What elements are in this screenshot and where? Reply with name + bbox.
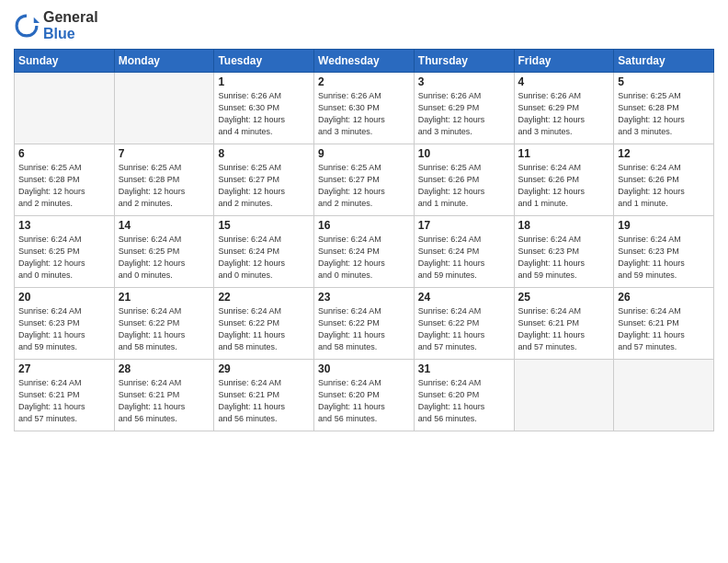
week-row-1: 1Sunrise: 6:26 AM Sunset: 6:30 PM Daylig… [15, 73, 714, 144]
day-info: Sunrise: 6:24 AM Sunset: 6:23 PM Dayligh… [18, 305, 110, 353]
day-cell: 11Sunrise: 6:24 AM Sunset: 6:26 PM Dayli… [514, 144, 614, 216]
day-cell: 24Sunrise: 6:24 AM Sunset: 6:22 PM Dayli… [414, 288, 514, 360]
day-cell: 19Sunrise: 6:24 AM Sunset: 6:23 PM Dayli… [614, 216, 714, 288]
svg-marker-0 [34, 17, 40, 22]
day-info: Sunrise: 6:26 AM Sunset: 6:30 PM Dayligh… [318, 90, 410, 138]
day-number: 31 [418, 362, 510, 375]
day-number: 30 [318, 362, 410, 375]
day-cell: 1Sunrise: 6:26 AM Sunset: 6:30 PM Daylig… [214, 73, 314, 144]
calendar-table: SundayMondayTuesdayWednesdayThursdayFrid… [14, 49, 714, 431]
day-info: Sunrise: 6:24 AM Sunset: 6:23 PM Dayligh… [518, 234, 610, 282]
day-cell: 15Sunrise: 6:24 AM Sunset: 6:24 PM Dayli… [214, 216, 314, 288]
logo-icon [14, 13, 40, 39]
day-number: 11 [518, 147, 610, 160]
day-cell: 25Sunrise: 6:24 AM Sunset: 6:21 PM Dayli… [514, 288, 614, 360]
day-cell: 4Sunrise: 6:26 AM Sunset: 6:29 PM Daylig… [514, 73, 614, 144]
day-info: Sunrise: 6:25 AM Sunset: 6:27 PM Dayligh… [218, 162, 310, 210]
weekday-header-friday: Friday [514, 50, 614, 73]
weekday-header-row: SundayMondayTuesdayWednesdayThursdayFrid… [15, 50, 714, 73]
day-info: Sunrise: 6:24 AM Sunset: 6:26 PM Dayligh… [518, 162, 610, 210]
day-info: Sunrise: 6:24 AM Sunset: 6:23 PM Dayligh… [618, 234, 710, 282]
day-number: 20 [18, 291, 110, 304]
weekday-header-thursday: Thursday [414, 50, 514, 73]
day-info: Sunrise: 6:25 AM Sunset: 6:27 PM Dayligh… [318, 162, 410, 210]
day-info: Sunrise: 6:24 AM Sunset: 6:24 PM Dayligh… [218, 234, 310, 282]
day-cell: 16Sunrise: 6:24 AM Sunset: 6:24 PM Dayli… [314, 216, 415, 288]
day-number: 29 [218, 362, 310, 375]
day-number: 10 [418, 147, 510, 160]
header: General Blue [14, 9, 714, 41]
calendar-page: General Blue SundayMondayTuesdayWednesda… [0, 0, 728, 563]
week-row-4: 20Sunrise: 6:24 AM Sunset: 6:23 PM Dayli… [15, 288, 714, 360]
day-info: Sunrise: 6:24 AM Sunset: 6:21 PM Dayligh… [618, 305, 710, 353]
day-cell [614, 360, 714, 431]
day-cell: 9Sunrise: 6:25 AM Sunset: 6:27 PM Daylig… [314, 144, 415, 216]
day-cell: 10Sunrise: 6:25 AM Sunset: 6:26 PM Dayli… [414, 144, 514, 216]
day-info: Sunrise: 6:25 AM Sunset: 6:28 PM Dayligh… [18, 162, 110, 210]
day-info: Sunrise: 6:25 AM Sunset: 6:28 PM Dayligh… [618, 90, 710, 138]
day-number: 21 [119, 291, 210, 304]
weekday-header-wednesday: Wednesday [314, 50, 415, 73]
day-number: 6 [18, 147, 110, 160]
day-info: Sunrise: 6:24 AM Sunset: 6:24 PM Dayligh… [418, 234, 510, 282]
day-cell: 22Sunrise: 6:24 AM Sunset: 6:22 PM Dayli… [214, 288, 314, 360]
day-info: Sunrise: 6:24 AM Sunset: 6:21 PM Dayligh… [119, 377, 210, 425]
day-cell: 7Sunrise: 6:25 AM Sunset: 6:28 PM Daylig… [114, 144, 214, 216]
day-info: Sunrise: 6:24 AM Sunset: 6:24 PM Dayligh… [318, 234, 410, 282]
day-info: Sunrise: 6:25 AM Sunset: 6:28 PM Dayligh… [119, 162, 210, 210]
day-cell [514, 360, 614, 431]
day-number: 2 [318, 75, 410, 88]
day-cell: 21Sunrise: 6:24 AM Sunset: 6:22 PM Dayli… [114, 288, 214, 360]
day-number: 17 [418, 219, 510, 232]
day-number: 14 [119, 219, 210, 232]
day-number: 18 [518, 219, 610, 232]
day-info: Sunrise: 6:24 AM Sunset: 6:22 PM Dayligh… [218, 305, 310, 353]
day-number: 7 [119, 147, 210, 160]
day-cell: 12Sunrise: 6:24 AM Sunset: 6:26 PM Dayli… [614, 144, 714, 216]
day-number: 1 [218, 75, 310, 88]
day-cell: 31Sunrise: 6:24 AM Sunset: 6:20 PM Dayli… [414, 360, 514, 431]
day-info: Sunrise: 6:24 AM Sunset: 6:22 PM Dayligh… [418, 305, 510, 353]
day-info: Sunrise: 6:25 AM Sunset: 6:26 PM Dayligh… [418, 162, 510, 210]
day-number: 12 [618, 147, 710, 160]
day-info: Sunrise: 6:24 AM Sunset: 6:21 PM Dayligh… [18, 377, 110, 425]
day-cell: 20Sunrise: 6:24 AM Sunset: 6:23 PM Dayli… [15, 288, 115, 360]
day-cell: 2Sunrise: 6:26 AM Sunset: 6:30 PM Daylig… [314, 73, 415, 144]
day-cell: 23Sunrise: 6:24 AM Sunset: 6:22 PM Dayli… [314, 288, 415, 360]
day-number: 22 [218, 291, 310, 304]
day-number: 24 [418, 291, 510, 304]
day-number: 15 [218, 219, 310, 232]
day-number: 28 [119, 362, 210, 375]
day-number: 23 [318, 291, 410, 304]
day-cell: 27Sunrise: 6:24 AM Sunset: 6:21 PM Dayli… [15, 360, 115, 431]
day-info: Sunrise: 6:24 AM Sunset: 6:22 PM Dayligh… [119, 305, 210, 353]
day-number: 8 [218, 147, 310, 160]
day-number: 26 [618, 291, 710, 304]
day-info: Sunrise: 6:24 AM Sunset: 6:25 PM Dayligh… [119, 234, 210, 282]
day-number: 16 [318, 219, 410, 232]
weekday-header-sunday: Sunday [15, 50, 115, 73]
day-info: Sunrise: 6:24 AM Sunset: 6:20 PM Dayligh… [318, 377, 410, 425]
day-info: Sunrise: 6:26 AM Sunset: 6:30 PM Dayligh… [218, 90, 310, 138]
day-cell [15, 73, 115, 144]
day-info: Sunrise: 6:24 AM Sunset: 6:26 PM Dayligh… [618, 162, 710, 210]
day-cell [114, 73, 214, 144]
day-cell: 3Sunrise: 6:26 AM Sunset: 6:29 PM Daylig… [414, 73, 514, 144]
day-cell: 26Sunrise: 6:24 AM Sunset: 6:21 PM Dayli… [614, 288, 714, 360]
day-info: Sunrise: 6:26 AM Sunset: 6:29 PM Dayligh… [418, 90, 510, 138]
weekday-header-saturday: Saturday [614, 50, 714, 73]
day-info: Sunrise: 6:24 AM Sunset: 6:21 PM Dayligh… [218, 377, 310, 425]
day-number: 5 [618, 75, 710, 88]
day-info: Sunrise: 6:26 AM Sunset: 6:29 PM Dayligh… [518, 90, 610, 138]
day-number: 27 [18, 362, 110, 375]
day-info: Sunrise: 6:24 AM Sunset: 6:25 PM Dayligh… [18, 234, 110, 282]
day-info: Sunrise: 6:24 AM Sunset: 6:20 PM Dayligh… [418, 377, 510, 425]
day-info: Sunrise: 6:24 AM Sunset: 6:21 PM Dayligh… [518, 305, 610, 353]
day-info: Sunrise: 6:24 AM Sunset: 6:22 PM Dayligh… [318, 305, 410, 353]
weekday-header-tuesday: Tuesday [214, 50, 314, 73]
day-cell: 29Sunrise: 6:24 AM Sunset: 6:21 PM Dayli… [214, 360, 314, 431]
week-row-3: 13Sunrise: 6:24 AM Sunset: 6:25 PM Dayli… [15, 216, 714, 288]
day-number: 19 [618, 219, 710, 232]
weekday-header-monday: Monday [114, 50, 214, 73]
week-row-2: 6Sunrise: 6:25 AM Sunset: 6:28 PM Daylig… [15, 144, 714, 216]
